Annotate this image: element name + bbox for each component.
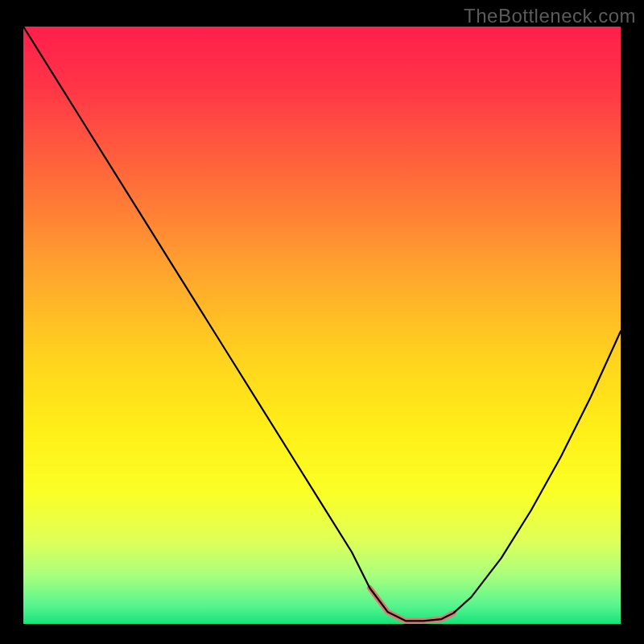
chart-frame: TheBottleneck.com: [0, 0, 644, 644]
plot-area: [23, 27, 621, 624]
watermark-text: TheBottleneck.com: [464, 5, 636, 27]
chart-svg: [23, 27, 621, 624]
chart-background-gradient: [23, 27, 621, 624]
